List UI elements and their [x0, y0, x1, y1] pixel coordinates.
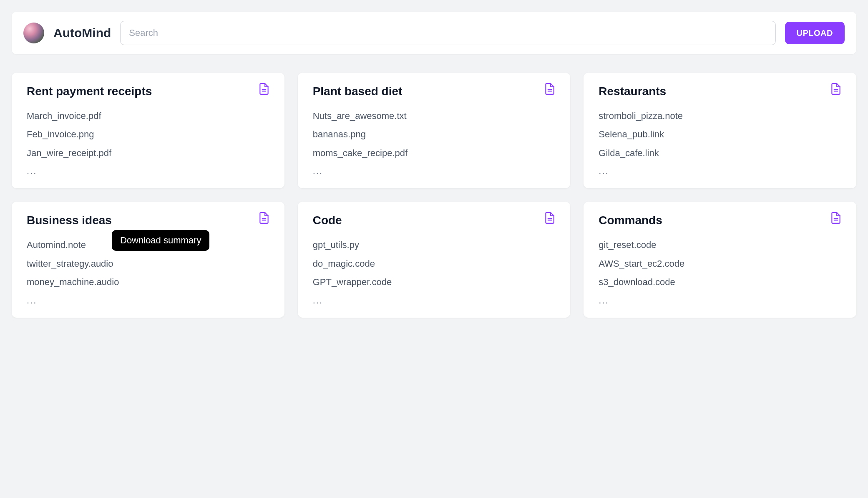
folder-card: Commands git_reset.codeAWS_start_ec2.cod… [584, 202, 856, 317]
file-list: stromboli_pizza.noteSelena_pub.linkGilda… [599, 110, 841, 159]
document-icon[interactable] [830, 212, 841, 224]
more-ellipsis[interactable]: ... [27, 166, 269, 177]
card-title: Business ideas [27, 213, 112, 228]
document-icon[interactable] [544, 83, 555, 95]
brand-title: AutoMind [53, 26, 111, 40]
document-icon[interactable] [259, 83, 269, 95]
card-title: Commands [599, 213, 662, 228]
file-item[interactable]: Feb_invoice.png [27, 129, 269, 141]
folder-card: Code gpt_utils.pydo_magic.codeGPT_wrappe… [298, 202, 571, 317]
file-item[interactable]: Jan_wire_receipt.pdf [27, 147, 269, 159]
card-title: Restaurants [599, 84, 666, 99]
file-item[interactable]: GPT_wrapper.code [313, 276, 556, 288]
tooltip: Download summary [112, 230, 209, 251]
more-ellipsis[interactable]: ... [313, 166, 556, 177]
file-item[interactable]: stromboli_pizza.note [599, 110, 841, 122]
more-ellipsis[interactable]: ... [313, 295, 556, 306]
file-list: gpt_utils.pydo_magic.codeGPT_wrapper.cod… [313, 239, 556, 288]
file-item[interactable]: Gilda_cafe.link [599, 147, 841, 159]
card-grid: Rent payment receipts March_invoice.pdfF… [12, 73, 856, 318]
file-list: March_invoice.pdfFeb_invoice.pngJan_wire… [27, 110, 269, 159]
file-item[interactable]: gpt_utils.py [313, 239, 556, 251]
more-ellipsis[interactable]: ... [599, 166, 841, 177]
card-title: Code [313, 213, 342, 228]
file-item[interactable]: Selena_pub.link [599, 129, 841, 141]
folder-card: Business ideas Automind.notetwitter_stra… [12, 202, 284, 317]
card-header: Code [313, 213, 556, 228]
card-header: Business ideas [27, 213, 269, 228]
more-ellipsis[interactable]: ... [27, 295, 269, 306]
card-header: Rent payment receipts [27, 84, 269, 99]
file-item[interactable]: AWS_start_ec2.code [599, 258, 841, 270]
file-item[interactable]: money_machine.audio [27, 276, 269, 288]
file-item[interactable]: March_invoice.pdf [27, 110, 269, 122]
search-input[interactable] [120, 21, 775, 45]
upload-button[interactable]: UPLOAD [785, 22, 845, 44]
document-icon[interactable] [544, 212, 555, 224]
folder-card: Plant based diet Nuts_are_awesome.txtban… [298, 73, 571, 188]
topbar: AutoMind UPLOAD [12, 12, 856, 54]
folder-card: Rent payment receipts March_invoice.pdfF… [12, 73, 284, 188]
document-icon[interactable] [259, 212, 269, 224]
file-item[interactable]: moms_cake_recipe.pdf [313, 147, 556, 159]
card-header: Plant based diet [313, 84, 556, 99]
file-list: Nuts_are_awesome.txtbananas.pngmoms_cake… [313, 110, 556, 159]
card-title: Plant based diet [313, 84, 403, 99]
file-item[interactable]: Nuts_are_awesome.txt [313, 110, 556, 122]
more-ellipsis[interactable]: ... [599, 295, 841, 306]
avatar[interactable] [23, 23, 44, 43]
file-list: git_reset.codeAWS_start_ec2.codes3_downl… [599, 239, 841, 288]
file-item[interactable]: twitter_strategy.audio [27, 258, 269, 270]
card-header: Restaurants [599, 84, 841, 99]
file-item[interactable]: bananas.png [313, 129, 556, 141]
folder-card: Restaurants stromboli_pizza.noteSelena_p… [584, 73, 856, 188]
card-header: Commands [599, 213, 841, 228]
document-icon[interactable] [830, 83, 841, 95]
file-item[interactable]: do_magic.code [313, 258, 556, 270]
file-item[interactable]: s3_download.code [599, 276, 841, 288]
file-item[interactable]: git_reset.code [599, 239, 841, 251]
card-title: Rent payment receipts [27, 84, 152, 99]
